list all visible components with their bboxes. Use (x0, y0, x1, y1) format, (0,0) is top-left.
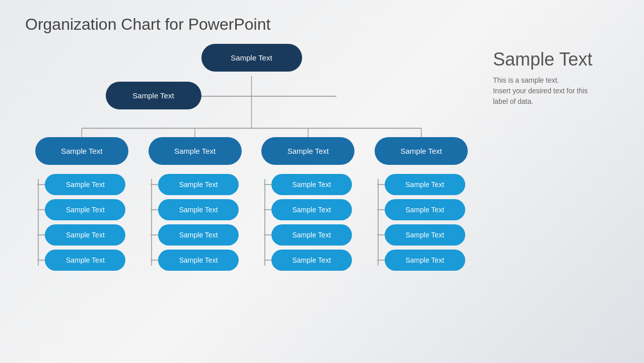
col4-item-4: Sample Text (385, 250, 465, 271)
col1-item-4-label: Sample Text (45, 250, 125, 271)
info-desc: This is a sample text.Insert your desire… (493, 75, 619, 107)
col4-item-1-label: Sample Text (385, 174, 465, 195)
col4-item-3: Sample Text (385, 224, 465, 246)
col1-item-2-label: Sample Text (45, 199, 125, 220)
column-1: Sample Text Sample Text Sample Text Samp… (25, 137, 138, 271)
col4-item-4-label: Sample Text (385, 250, 465, 271)
col4-item-1: Sample Text (385, 174, 465, 195)
info-section: Sample Text This is a sample text.Insert… (478, 44, 619, 346)
col2-item-4-label: Sample Text (158, 250, 239, 271)
top-node-label: Sample Text (201, 44, 302, 72)
col2-bracket (151, 179, 152, 266)
slide: Organization Chart for PowerPoint (0, 0, 644, 363)
col2-item-3: Sample Text (158, 224, 239, 246)
col4-item-2-label: Sample Text (385, 199, 465, 220)
col3-item-1: Sample Text (271, 174, 352, 195)
col2-item-2-label: Sample Text (158, 199, 239, 220)
top-node: Sample Text (201, 44, 302, 72)
col3-items: Sample Text Sample Text Sample Text Samp… (264, 174, 352, 271)
col4-item-2: Sample Text (385, 199, 465, 220)
col1-item-3: Sample Text (45, 224, 125, 246)
col1-item-2: Sample Text (45, 199, 125, 220)
col4-header-label: Sample Text (375, 137, 468, 165)
col1-items: Sample Text Sample Text Sample Text Samp… (38, 174, 125, 271)
columns-container: Sample Text Sample Text Sample Text Samp… (25, 137, 478, 271)
col2-header-label: Sample Text (149, 137, 242, 165)
chart-area: Sample Text Sample Text Sample Text Samp… (25, 44, 619, 346)
col2-item-1: Sample Text (158, 174, 239, 195)
column-2: Sample Text Sample Text Sample Text Samp… (138, 137, 252, 271)
col1-item-3-label: Sample Text (45, 224, 125, 246)
col1-header: Sample Text (35, 137, 128, 165)
col2-header: Sample Text (149, 137, 242, 165)
col3-item-4: Sample Text (271, 250, 352, 271)
second-node: Sample Text (106, 82, 201, 109)
col3-bracket (264, 179, 265, 266)
col2-item-3-label: Sample Text (158, 224, 239, 246)
col4-items: Sample Text Sample Text Sample Text Samp… (378, 174, 465, 271)
page-title: Organization Chart for PowerPoint (25, 15, 619, 34)
col2-item-1-label: Sample Text (158, 174, 239, 195)
col3-item-1-label: Sample Text (271, 174, 352, 195)
column-4: Sample Text Sample Text Sample Text Samp… (365, 137, 478, 271)
col3-header-label: Sample Text (261, 137, 354, 165)
col1-item-1: Sample Text (45, 174, 125, 195)
col2-item-4: Sample Text (158, 250, 239, 271)
col3-item-3: Sample Text (271, 224, 352, 246)
col2-item-2: Sample Text (158, 199, 239, 220)
col3-item-3-label: Sample Text (271, 224, 352, 246)
col2-items: Sample Text Sample Text Sample Text Samp… (151, 174, 239, 271)
col4-header: Sample Text (375, 137, 468, 165)
col4-bracket (378, 179, 379, 266)
col4-item-3-label: Sample Text (385, 224, 465, 246)
col3-item-4-label: Sample Text (271, 250, 352, 271)
col3-header: Sample Text (261, 137, 354, 165)
col3-item-2: Sample Text (271, 199, 352, 220)
col1-header-label: Sample Text (35, 137, 128, 165)
info-title: Sample Text (493, 49, 619, 70)
col3-item-2-label: Sample Text (271, 199, 352, 220)
second-node-label: Sample Text (106, 82, 201, 109)
col1-item-4: Sample Text (45, 250, 125, 271)
org-chart: Sample Text Sample Text Sample Text Samp… (25, 44, 478, 346)
col1-bracket (38, 179, 39, 266)
column-3: Sample Text Sample Text Sample Text Samp… (252, 137, 365, 271)
col1-item-1-label: Sample Text (45, 174, 125, 195)
